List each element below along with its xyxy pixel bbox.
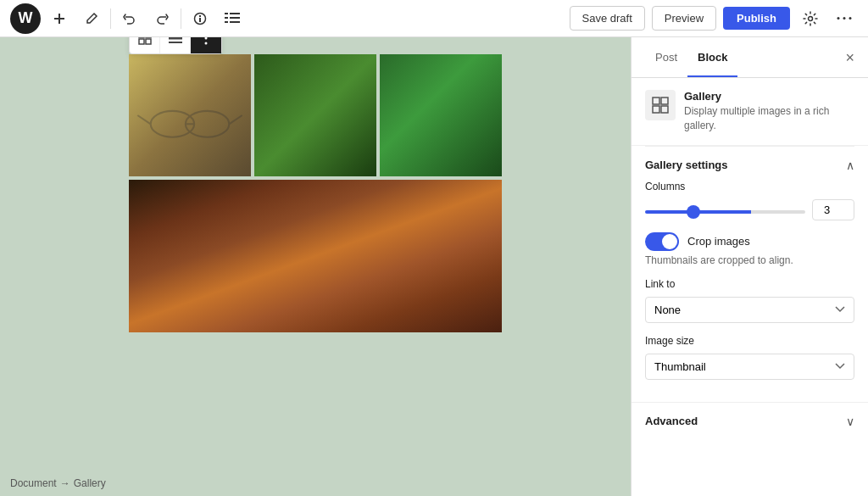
image-glasses-icon <box>129 54 251 176</box>
svg-line-28 <box>137 115 150 124</box>
info-button[interactable] <box>186 5 214 32</box>
more-options-button[interactable] <box>831 5 858 32</box>
svg-rect-18 <box>146 39 151 44</box>
gallery-settings-section: Gallery settings ∧ Columns 3 <box>632 146 868 402</box>
preview-button[interactable]: Preview <box>652 6 716 31</box>
save-draft-button[interactable]: Save draft <box>570 6 645 31</box>
publish-button[interactable]: Publish <box>723 7 790 30</box>
svg-rect-32 <box>653 106 659 113</box>
gallery-image-1[interactable] <box>129 54 251 176</box>
editor-canvas: Document → Gallery <box>0 37 631 496</box>
columns-label: Columns <box>645 181 854 192</box>
link-to-select[interactable]: None Media File Attachment Page <box>645 297 854 323</box>
toggle-thumb <box>662 234 677 249</box>
sidebar-panel: Post Block × Gallery Display multiple im… <box>631 37 868 496</box>
svg-point-24 <box>205 42 208 45</box>
breadcrumb: Document → Gallery <box>10 477 106 489</box>
more-icon <box>837 16 852 20</box>
breadcrumb-current: Gallery <box>74 477 106 489</box>
topbar-right: Save draft Preview Publish <box>570 5 858 32</box>
top-toolbar: W <box>0 0 868 37</box>
columns-slider[interactable] <box>645 210 805 214</box>
svg-rect-3 <box>199 18 201 22</box>
settings-chevron-icon: ∧ <box>846 159 854 172</box>
close-sidebar-button[interactable]: × <box>845 50 854 65</box>
gallery-image-4[interactable] <box>129 180 502 332</box>
divider <box>110 8 111 29</box>
svg-rect-8 <box>230 17 240 19</box>
svg-rect-10 <box>230 21 240 23</box>
advanced-chevron-icon: ∨ <box>846 415 854 428</box>
gear-icon <box>803 11 818 26</box>
gallery-block[interactable] <box>129 54 502 332</box>
tab-block[interactable]: Block <box>687 39 737 77</box>
svg-rect-1 <box>54 18 64 20</box>
link-to-field: Link to None Media File Attachment Page <box>645 278 854 323</box>
block-description: Display multiple images in a rich galler… <box>684 104 854 133</box>
svg-point-13 <box>843 17 846 20</box>
divider2 <box>181 8 181 29</box>
pencil-icon <box>85 12 98 25</box>
svg-point-23 <box>205 37 208 40</box>
svg-rect-21 <box>169 42 182 43</box>
tab-post[interactable]: Post <box>645 39 687 77</box>
pencil-button[interactable] <box>78 5 105 32</box>
topbar-left: W <box>10 3 246 34</box>
svg-rect-6 <box>230 13 240 14</box>
advanced-header[interactable]: Advanced ∨ <box>632 403 868 440</box>
svg-rect-33 <box>661 106 668 113</box>
breadcrumb-arrow: → <box>60 477 70 489</box>
gallery-icon <box>652 97 669 114</box>
breadcrumb-parent: Document <box>10 477 57 489</box>
add-block-button[interactable] <box>46 5 73 32</box>
gallery-more-button[interactable] <box>191 37 221 53</box>
undo-button[interactable] <box>116 5 143 32</box>
crop-images-row: Crop images <box>645 232 854 251</box>
wp-logo[interactable]: W <box>10 3 41 34</box>
crop-images-desc: Thumbnails are cropped to align. <box>645 254 854 266</box>
block-name: Gallery <box>684 90 854 103</box>
gallery-settings-header[interactable]: Gallery settings ∧ <box>645 146 854 181</box>
svg-point-12 <box>837 17 840 20</box>
redo-icon <box>155 12 169 25</box>
block-toolbar <box>129 37 222 54</box>
svg-rect-17 <box>139 39 144 44</box>
gallery-grid-view-button[interactable] <box>130 37 160 53</box>
svg-line-29 <box>229 115 242 124</box>
settings-section-title: Gallery settings <box>645 159 728 171</box>
plus-icon <box>53 12 66 25</box>
sidebar-body: Gallery Display multiple images in a ric… <box>632 78 868 440</box>
svg-rect-7 <box>225 17 228 19</box>
gallery-image-2[interactable] <box>254 54 376 176</box>
columns-slider-container <box>645 202 805 217</box>
dots-vertical-icon <box>204 37 208 45</box>
columns-row: 3 <box>645 199 854 220</box>
gallery-list-view-button[interactable] <box>160 37 191 53</box>
svg-rect-4 <box>199 15 201 17</box>
redo-button[interactable] <box>148 5 175 32</box>
link-to-label: Link to <box>645 278 854 290</box>
svg-rect-5 <box>225 13 228 14</box>
svg-rect-9 <box>225 21 228 23</box>
list-icon <box>169 37 182 43</box>
info-icon <box>193 12 207 25</box>
block-info-text: Gallery Display multiple images in a ric… <box>684 90 854 133</box>
svg-rect-31 <box>661 98 668 104</box>
undo-icon <box>123 12 136 25</box>
columns-field: Columns 3 <box>645 181 854 220</box>
columns-number-input[interactable]: 3 <box>812 199 854 220</box>
gallery-top-row <box>129 54 502 176</box>
grid-icon <box>138 37 152 45</box>
wp-logo-text: W <box>19 9 33 27</box>
advanced-label: Advanced <box>645 415 698 427</box>
crop-images-toggle[interactable] <box>645 232 679 251</box>
image-size-field: Image size Thumbnail Medium Large Full S… <box>645 335 854 380</box>
svg-point-14 <box>849 17 852 20</box>
settings-button[interactable] <box>797 5 824 32</box>
block-info: Gallery Display multiple images in a ric… <box>632 78 868 146</box>
svg-point-11 <box>809 16 813 20</box>
list-view-button[interactable] <box>219 5 246 32</box>
list-view-icon <box>225 13 240 25</box>
image-size-select[interactable]: Thumbnail Medium Large Full Size <box>645 354 854 380</box>
gallery-image-3[interactable] <box>380 54 502 176</box>
